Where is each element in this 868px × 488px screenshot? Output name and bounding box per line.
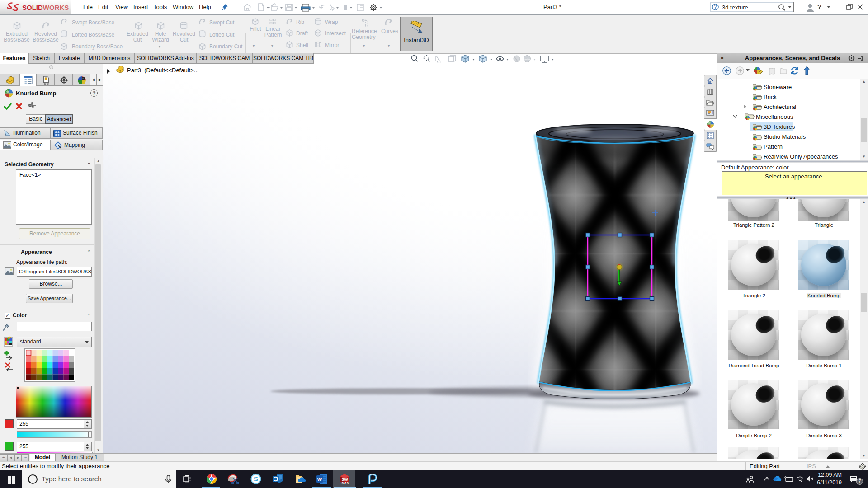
svg-text:SW: SW	[341, 477, 348, 482]
svg-text:?: ?	[714, 5, 717, 9]
svg-text:2019: 2019	[341, 482, 349, 485]
svg-text:S: S	[254, 475, 258, 483]
svg-text:W: W	[317, 477, 322, 482]
